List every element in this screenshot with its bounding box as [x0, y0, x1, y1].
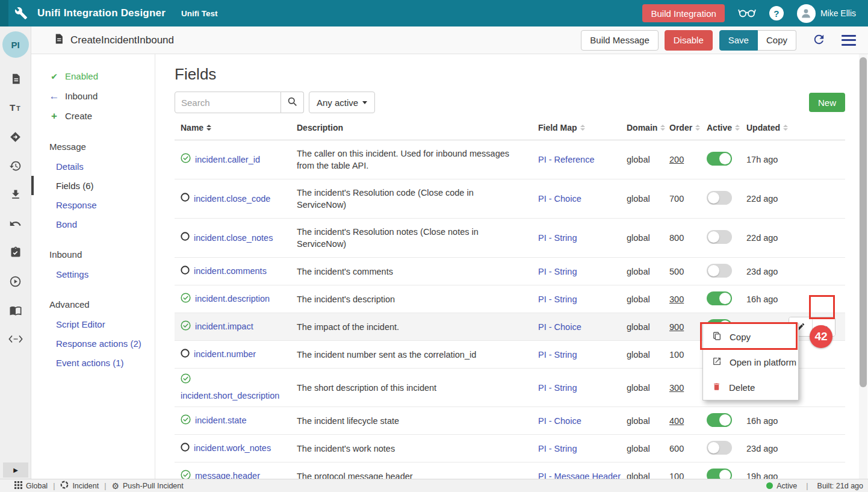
field-name-link[interactable]: incident.number: [194, 349, 256, 360]
field-map-link[interactable]: PI - String: [538, 294, 577, 304]
field-order-link[interactable]: 700: [669, 194, 684, 204]
active-toggle[interactable]: [707, 264, 732, 278]
field-map-link[interactable]: PI - String: [538, 383, 577, 393]
active-toggle[interactable]: [707, 291, 732, 305]
active-toggle[interactable]: [707, 191, 732, 205]
help-button[interactable]: ?: [769, 6, 784, 20]
nav-item-enabled[interactable]: ✔ Enabled: [31, 66, 155, 86]
field-updated: 22d ago: [746, 194, 789, 204]
field-map-link[interactable]: PI - Choice: [538, 416, 581, 426]
field-name-link[interactable]: incident.work_notes: [194, 443, 271, 454]
field-name-link[interactable]: incident.state: [195, 415, 246, 426]
nav-item-create[interactable]: + Create: [31, 106, 155, 126]
field-map-link[interactable]: PI - String: [538, 444, 577, 453]
column-header-order[interactable]: Order: [669, 123, 707, 132]
menu-item-delete[interactable]: Delete: [703, 375, 798, 400]
field-domain: global: [627, 294, 669, 304]
expand-panel-button[interactable]: ▶: [3, 462, 28, 478]
book-icon[interactable]: [8, 302, 23, 318]
field-inactive-icon: [181, 266, 190, 278]
search-input[interactable]: [175, 92, 281, 113]
save-button[interactable]: Save: [719, 30, 758, 51]
field-map-link[interactable]: PI - Choice: [538, 322, 581, 332]
statusbar-scope[interactable]: Global: [14, 481, 48, 491]
field-name-link[interactable]: incident.comments: [194, 266, 267, 277]
nav-item-script-editor[interactable]: Script Editor: [31, 314, 155, 334]
nav-item-settings[interactable]: Settings: [31, 264, 155, 284]
scrollbar-thumb[interactable]: [860, 57, 867, 387]
text-fields-icon[interactable]: TT: [8, 100, 23, 116]
nav-item-event-actions[interactable]: Event actions (1): [31, 353, 155, 372]
menu-item-copy[interactable]: Copy: [703, 324, 798, 349]
field-map-link[interactable]: PI - String: [538, 233, 577, 243]
active-toggle[interactable]: [707, 230, 732, 244]
field-inactive-icon: [181, 349, 190, 361]
app-title: Unifi Integration Designer: [37, 7, 166, 19]
annotation-step-badge: 42: [810, 325, 832, 348]
nav-item-response-actions[interactable]: Response actions (2): [31, 334, 155, 353]
preview-glasses-button[interactable]: [738, 7, 756, 19]
field-map-link[interactable]: PI - Choice: [538, 194, 581, 204]
field-map-link[interactable]: PI - Message Header: [538, 472, 621, 479]
field-name-link[interactable]: incident.short_description: [181, 390, 279, 402]
field-order-link[interactable]: 200: [669, 155, 684, 164]
nav-item-details[interactable]: Details: [31, 157, 155, 176]
copy-button[interactable]: Copy: [758, 30, 796, 51]
field-name-link[interactable]: incident.close_notes: [194, 232, 273, 244]
field-active-icon: [181, 320, 191, 334]
field-order-link[interactable]: 500: [669, 267, 684, 276]
column-header-domain[interactable]: Domain: [627, 123, 669, 132]
refresh-button[interactable]: [812, 33, 826, 48]
active-toggle[interactable]: [707, 469, 732, 479]
field-order-link[interactable]: 300: [669, 294, 684, 304]
reply-icon[interactable]: [8, 216, 23, 231]
field-order-link[interactable]: 600: [669, 444, 684, 453]
active-toggle[interactable]: [707, 441, 732, 455]
statusbar-process[interactable]: ⚙ Push-Pull Incident: [111, 482, 183, 490]
build-message-button[interactable]: Build Message: [581, 30, 658, 51]
user-menu[interactable]: Mike Ellis: [797, 4, 856, 23]
tasks-icon[interactable]: [8, 244, 23, 260]
search-button[interactable]: [281, 92, 304, 113]
play-circle-icon[interactable]: [8, 273, 23, 289]
nav-item-bond[interactable]: Bond: [31, 214, 155, 234]
new-field-button[interactable]: New: [809, 93, 845, 112]
column-header-updated[interactable]: Updated: [746, 123, 789, 132]
field-name-link[interactable]: incident.close_code: [194, 193, 270, 205]
field-name-link[interactable]: incident.description: [195, 293, 270, 305]
field-map-link[interactable]: PI - String: [538, 350, 577, 360]
column-header-name[interactable]: Name: [175, 123, 297, 132]
field-name-link[interactable]: incident.impact: [195, 321, 253, 332]
active-filter-dropdown[interactable]: Any active: [309, 92, 375, 113]
nav-item-inbound[interactable]: ← Inbound: [31, 86, 155, 106]
send-diamond-icon[interactable]: [8, 129, 23, 145]
disable-button[interactable]: Disable: [665, 30, 713, 51]
field-name-link[interactable]: message.header: [195, 470, 260, 479]
nav-item-response[interactable]: Response: [31, 195, 155, 214]
active-toggle[interactable]: [707, 152, 732, 166]
build-integration-button[interactable]: Build Integration: [642, 4, 724, 22]
field-order-link[interactable]: 400: [669, 416, 684, 426]
field-order-link[interactable]: 900: [669, 322, 684, 332]
integration-avatar[interactable]: PI: [2, 31, 29, 58]
column-header-field-map[interactable]: Field Map: [538, 123, 627, 132]
field-map-link[interactable]: PI - String: [538, 267, 577, 276]
menu-item-open-in-platform[interactable]: Open in platform: [703, 349, 798, 375]
nav-item-fields[interactable]: Fields (6): [31, 176, 155, 195]
statusbar-record[interactable]: Incident: [60, 481, 99, 491]
field-order-link[interactable]: 800: [669, 233, 684, 243]
active-toggle[interactable]: [707, 413, 732, 427]
field-order-link[interactable]: 100: [669, 350, 684, 360]
field-map-link[interactable]: PI - Reference: [538, 155, 595, 164]
column-header-active[interactable]: Active: [707, 123, 746, 132]
field-active-icon: [181, 293, 191, 306]
menu-button[interactable]: [842, 35, 856, 46]
field-order-link[interactable]: 300: [669, 383, 684, 393]
download-icon[interactable]: [8, 187, 23, 202]
history-icon[interactable]: [8, 158, 23, 173]
field-description: The incident's description: [297, 286, 538, 313]
code-icon[interactable]: [8, 331, 23, 347]
document-icon[interactable]: [8, 71, 23, 87]
field-order-link[interactable]: 100: [669, 472, 684, 479]
field-name-link[interactable]: incident.caller_id: [195, 154, 260, 166]
